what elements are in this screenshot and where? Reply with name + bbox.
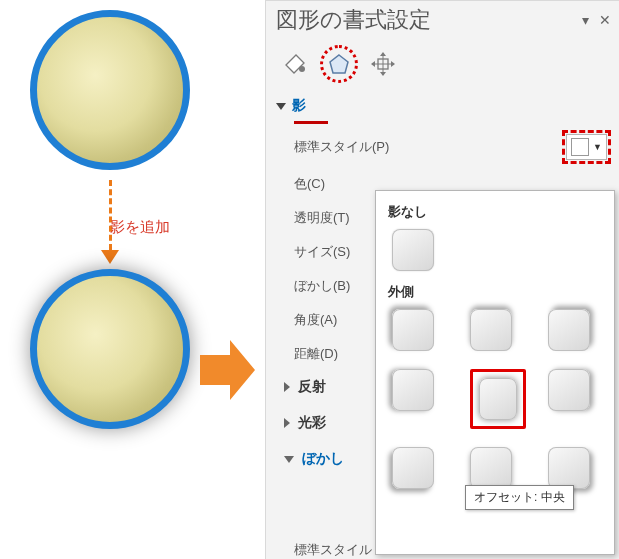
caret-down-icon: [284, 456, 294, 463]
shadow-option-outer-top-left[interactable]: [392, 309, 434, 351]
shadow-option-outer-right[interactable]: [548, 369, 590, 411]
shadow-option-outer-center[interactable]: [479, 378, 517, 420]
section-reflection-label: 反射: [298, 378, 326, 396]
section-soft-edge-label: ぼかし: [302, 450, 344, 468]
caret-right-icon: [284, 418, 290, 428]
panel-tabs: [266, 37, 619, 97]
shadow-option-outer-bottom-left[interactable]: [392, 447, 434, 489]
section-underline: [294, 121, 328, 124]
arrow-label: 影を追加: [110, 218, 170, 237]
svg-marker-0: [200, 340, 255, 400]
shadow-option-outer-top[interactable]: [470, 309, 512, 351]
preset-style-picker[interactable]: ▼: [566, 134, 607, 160]
field-preset-label: 標準スタイル(P): [294, 138, 389, 156]
task-pane-options-icon[interactable]: ▾: [582, 12, 589, 28]
svg-marker-9: [391, 61, 395, 67]
shadow-option-outer-left[interactable]: [392, 369, 434, 411]
section-shadow-header[interactable]: 影: [266, 97, 619, 121]
svg-marker-6: [380, 52, 386, 56]
chevron-down-icon: ▼: [593, 142, 602, 152]
arrow-right-icon: [200, 340, 255, 400]
tab-fill-line[interactable]: [276, 45, 314, 83]
field-size-label: サイズ(S): [294, 243, 350, 261]
close-icon[interactable]: ✕: [599, 12, 611, 28]
caret-down-icon: [276, 103, 286, 110]
field-transparency-label: 透明度(T): [294, 209, 350, 227]
shape-circle-original: [30, 10, 190, 170]
svg-marker-2: [330, 55, 348, 73]
field-angle-label: 角度(A): [294, 311, 337, 329]
caret-right-icon: [284, 382, 290, 392]
section-glow-label: 光彩: [298, 414, 326, 432]
field-blur-label: ぼかし(B): [294, 277, 350, 295]
shadow-option-outer-bottom-right[interactable]: [548, 447, 590, 489]
shadow-option-highlighted: [470, 369, 526, 429]
shadow-option-none[interactable]: [392, 229, 434, 271]
shadow-option-outer-bottom[interactable]: [470, 447, 512, 489]
group-outer-label: 外側: [388, 283, 604, 301]
svg-marker-7: [380, 72, 386, 76]
soft-edge-preset-label: 標準スタイル: [294, 541, 372, 559]
tooltip: オフセット: 中央: [465, 485, 574, 510]
section-shadow-title: 影: [292, 97, 306, 115]
shadow-option-outer-top-right[interactable]: [548, 309, 590, 351]
outer-shadow-grid: [392, 309, 604, 489]
preset-swatch-icon: [571, 138, 589, 156]
shape-circle-with-shadow: [30, 269, 190, 429]
panel-header: 図形の書式設定 ▾ ✕: [266, 1, 619, 37]
field-preset: 標準スタイル(P) ▼: [294, 134, 607, 160]
svg-marker-8: [371, 61, 375, 67]
field-distance-label: 距離(D): [294, 345, 338, 363]
group-no-shadow-label: 影なし: [388, 203, 604, 221]
svg-point-1: [299, 66, 305, 72]
tab-effects[interactable]: [320, 45, 358, 83]
tab-size-properties[interactable]: [364, 45, 402, 83]
panel-title: 図形の書式設定: [276, 5, 431, 35]
field-color-label: 色(C): [294, 175, 325, 193]
